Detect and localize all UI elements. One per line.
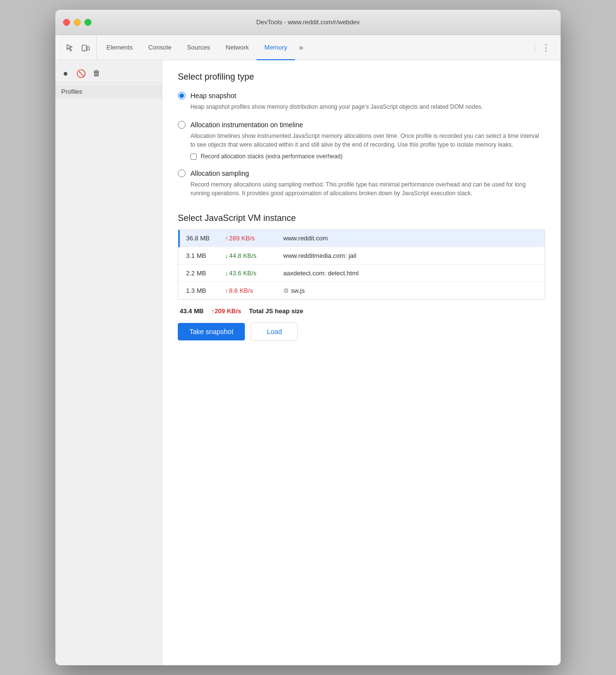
vm-name-1: www.redditmedia.com: jail	[283, 252, 537, 259]
option-heap-snapshot-header: Heap snapshot	[178, 92, 545, 100]
vm-row-3[interactable]: 1.3 MB 8.6 KB/s ⚙sw.js	[178, 282, 545, 299]
checkbox-allocation-stacks[interactable]	[190, 153, 197, 160]
profiling-options: Heap snapshot Heap snapshot profiles sho…	[178, 92, 545, 198]
vm-rate-0: 289 KB/s	[225, 235, 283, 242]
devtools-window: DevTools - www.reddit.com/r/webdev Eleme…	[55, 10, 561, 665]
radio-allocation-instrumentation[interactable]	[178, 121, 186, 129]
tab-memory[interactable]: Memory	[257, 35, 295, 60]
inspect-icon[interactable]	[63, 41, 77, 54]
load-button[interactable]: Load	[251, 322, 298, 341]
vm-name-2: aaxdetect.com: detect.html	[283, 270, 537, 277]
device-icon[interactable]	[79, 41, 92, 54]
maximize-button[interactable]	[85, 19, 91, 26]
option-sampling-header: Allocation sampling	[178, 169, 545, 177]
titlebar: DevTools - www.reddit.com/r/webdev	[55, 10, 561, 35]
option-allocation-instrumentation: Allocation instrumentation on timeline A…	[178, 121, 545, 160]
toolbar-icons	[59, 35, 97, 60]
content-panel: Select profiling type Heap snapshot Heap…	[162, 60, 561, 665]
total-rate: ↑209 KB/s	[211, 307, 241, 315]
vm-section-title: Select JavaScript VM instance	[178, 213, 545, 223]
devtools-menu-button[interactable]: ⋮	[539, 41, 553, 54]
action-buttons: Take snapshot Load	[178, 322, 545, 341]
radio-heap-snapshot[interactable]	[178, 92, 186, 100]
delete-button[interactable]: 🗑	[90, 67, 103, 80]
vm-rate-2: 43.6 KB/s	[225, 270, 283, 277]
option-allocation-sampling: Allocation sampling Record memory alloca…	[178, 169, 545, 198]
vm-size-2: 2.2 MB	[186, 270, 225, 277]
sidebar: ● 🚫 🗑 Profiles	[55, 60, 162, 665]
vm-rate-3: 8.6 KB/s	[225, 287, 283, 294]
label-allocation-stacks[interactable]: Record allocation stacks (extra performa…	[201, 153, 342, 160]
option-heap-snapshot: Heap snapshot Heap snapshot profiles sho…	[178, 92, 545, 111]
nav-tabs: Elements Console Sources Network Memory …	[99, 35, 307, 60]
vm-size-3: 1.3 MB	[186, 287, 225, 294]
desc-allocation-instrumentation: Allocation timelines show instrumented J…	[190, 132, 545, 149]
toolbar-divider	[535, 43, 535, 52]
vm-name-3: ⚙sw.js	[283, 287, 537, 294]
stop-button[interactable]: 🚫	[75, 67, 87, 80]
gear-icon: ⚙	[283, 287, 289, 294]
more-tabs-button[interactable]: »	[295, 35, 307, 60]
desc-heap-snapshot: Heap snapshot profiles show memory distr…	[190, 102, 545, 111]
vm-rate-1: 44.8 KB/s	[225, 252, 283, 259]
tab-console[interactable]: Console	[140, 35, 179, 60]
main-layout: ● 🚫 🗑 Profiles Select profiling type	[55, 60, 561, 665]
vm-row-0[interactable]: 36.8 MB 289 KB/s www.reddit.com	[178, 230, 545, 247]
total-size: 43.4 MB	[180, 307, 204, 315]
tab-sources[interactable]: Sources	[179, 35, 218, 60]
label-allocation-sampling[interactable]: Allocation sampling	[190, 169, 249, 177]
vm-size-1: 3.1 MB	[186, 252, 225, 259]
footer-stats: 43.4 MB ↑209 KB/s Total JS heap size	[178, 307, 545, 315]
checkbox-row-allocation-stacks: Record allocation stacks (extra performa…	[190, 153, 545, 160]
label-heap-snapshot[interactable]: Heap snapshot	[190, 92, 236, 100]
vm-size-0: 36.8 MB	[186, 235, 225, 242]
desc-allocation-sampling: Record memory allocations using sampling…	[190, 180, 545, 198]
toolbar: Elements Console Sources Network Memory …	[55, 35, 561, 60]
traffic-lights	[63, 19, 91, 26]
take-snapshot-button[interactable]: Take snapshot	[178, 323, 245, 340]
tab-network[interactable]: Network	[218, 35, 257, 60]
vm-row-1[interactable]: 3.1 MB 44.8 KB/s www.redditmedia.com: ja…	[178, 247, 545, 265]
record-button[interactable]: ●	[59, 67, 72, 80]
window-title: DevTools - www.reddit.com/r/webdev	[256, 18, 359, 26]
vm-instance-table: 36.8 MB 289 KB/s www.reddit.com 3.1 MB 4…	[178, 229, 545, 300]
minimize-button[interactable]	[74, 19, 81, 26]
sidebar-profiles-section: Profiles	[55, 85, 162, 98]
close-button[interactable]	[63, 19, 70, 26]
svg-rect-1	[87, 47, 89, 50]
total-label: Total JS heap size	[249, 307, 304, 315]
vm-row-2[interactable]: 2.2 MB 43.6 KB/s aaxdetect.com: detect.h…	[178, 265, 545, 282]
vm-name-0: www.reddit.com	[283, 235, 537, 242]
radio-allocation-sampling[interactable]	[178, 169, 186, 177]
tab-elements[interactable]: Elements	[99, 35, 140, 60]
selected-indicator	[178, 230, 180, 247]
label-allocation-instrumentation[interactable]: Allocation instrumentation on timeline	[190, 121, 303, 129]
option-allocation-header: Allocation instrumentation on timeline	[178, 121, 545, 129]
sidebar-toolbar: ● 🚫 🗑	[55, 64, 162, 83]
profiling-type-title: Select profiling type	[178, 72, 545, 82]
